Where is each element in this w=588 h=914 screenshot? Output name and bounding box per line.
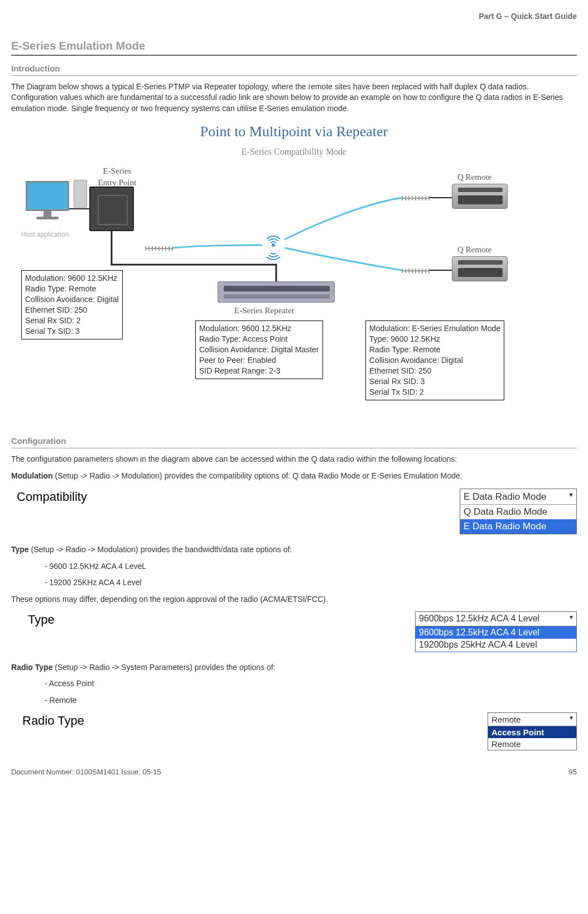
page-header: Part G – Quick Start Guide: [11, 11, 577, 22]
cfg-line: Collision Avoidance: Digital: [25, 294, 119, 305]
remote-radio-icon: [452, 184, 508, 209]
cfg-line: Type: 9600 12.5KHz: [369, 334, 500, 344]
cfg-line: SID Repeat Range: 2-3: [199, 366, 319, 376]
config-box-entry: Modulation: 9600 12.5KHz Radio Type: Rem…: [21, 270, 123, 339]
config-box-repeater: Modulation: 9600 12.5KHz Radio Type: Acc…: [195, 320, 323, 379]
diagram-subtitle: E-Series Compatibility Mode: [11, 146, 577, 158]
type-note: These options may differ, depending on t…: [11, 594, 577, 605]
radiotype-field-label: Radio Type: [11, 712, 84, 730]
dropdown-option[interactable]: Access Point: [488, 726, 576, 738]
radiotype-label: Radio Type: [11, 663, 52, 672]
compatibility-dropdown[interactable]: E Data Radio Mode Q Data Radio Mode E Da…: [460, 489, 577, 534]
cfg-line: Modulation: 9600 12.5KHz: [25, 273, 119, 284]
antenna-icon: [402, 198, 430, 199]
wireless-signal-icon: [262, 231, 285, 259]
modulation-text: (Setup -> Radio -> Modulation) provides …: [53, 471, 462, 480]
cfg-line: Modulation: 9600 12.5KHz: [199, 323, 319, 334]
repeater-icon: [218, 281, 335, 303]
config-intro: The configuration parameters shown in th…: [11, 454, 577, 465]
cfg-line: Serial Tx SID: 2: [369, 387, 500, 398]
cfg-line: Collision Avoidance: Digital: [369, 355, 500, 366]
radiotype-text: (Setup -> Radio -> System Parameters) pr…: [52, 663, 275, 672]
dropdown-option[interactable]: E Data Radio Mode: [460, 519, 576, 534]
compatibility-field-label: Compatibility: [11, 489, 87, 506]
type-paragraph: Type (Setup -> Radio -> Modulation) prov…: [11, 544, 577, 556]
cfg-line: Modulation: E-Series Emulation Mode: [369, 323, 500, 334]
entry-point-label: E-Series Entry Point: [89, 165, 145, 189]
cfg-line: Ethernet SID: 250: [25, 305, 119, 315]
intro-paragraph: The Diagram below shows a typical E-Seri…: [11, 82, 577, 114]
dropdown-selected[interactable]: E Data Radio Mode: [460, 489, 576, 505]
config-box-remote: Modulation: E-Series Emulation Mode Type…: [365, 320, 504, 400]
modulation-paragraph: Modulation (Setup -> Radio -> Modulation…: [11, 471, 577, 482]
host-monitor-icon: [22, 181, 73, 226]
dropdown-option[interactable]: Remote: [488, 738, 576, 750]
radiotype-paragraph: Radio Type (Setup -> Radio -> System Par…: [11, 662, 577, 673]
type-option-item: - 19200 25KHz ACA 4 Level: [11, 577, 577, 588]
remote-radio-icon: [452, 256, 508, 281]
type-label: Type: [11, 545, 29, 554]
type-text: (Setup -> Radio -> Modulation) provides …: [29, 545, 292, 554]
type-option-item: - 9600 12.5KHz ACA 4 LeveL: [11, 561, 577, 572]
dropdown-option[interactable]: 19200bps 25kHz ACA 4 Level: [416, 639, 576, 651]
radiotype-option-item: - Access Point: [11, 678, 577, 690]
host-pc-tower-icon: [74, 180, 87, 208]
dropdown-option[interactable]: Q Data Radio Mode: [460, 505, 576, 519]
repeater-label: E-Series Repeater: [234, 305, 295, 317]
page-footer: Document Number: 0100SM1401 Issue: 05-15…: [11, 767, 577, 777]
type-field-label: Type: [11, 611, 55, 629]
radiotype-option-item: - Remote: [11, 695, 577, 706]
dropdown-selected[interactable]: Remote: [488, 713, 576, 726]
cfg-line: Radio Type: Remote: [25, 284, 119, 294]
antenna-icon: [402, 270, 430, 271]
remote-label-2: Q Remote: [457, 244, 491, 256]
cfg-line: Collision Avoidance: Digital Master: [199, 344, 319, 355]
cfg-line: Serial Tx SID: 3: [25, 326, 119, 337]
entry-point-radio-icon: [89, 186, 134, 231]
type-dropdown[interactable]: 9600bps 12.5kHz ACA 4 Level 9600bps 12.5…: [415, 611, 577, 652]
remote-label-1: Q Remote: [457, 171, 491, 183]
diagram-title: Point to Multipoint via Repeater: [11, 119, 577, 142]
radiotype-dropdown[interactable]: Remote Access Point Remote: [488, 712, 577, 750]
dropdown-selected[interactable]: 9600bps 12.5kHz ACA 4 Level: [415, 611, 577, 626]
cfg-line: Radio Type: Remote: [369, 344, 500, 355]
footer-page-number: 95: [569, 767, 577, 777]
topology-diagram: Point to Multipoint via Repeater E-Serie…: [11, 119, 577, 429]
intro-heading: Introduction: [11, 63, 577, 76]
cfg-line: Serial Rx SID: 3: [369, 376, 500, 387]
section-title: E-Series Emulation Mode: [11, 38, 577, 56]
host-label: Host application: [21, 230, 69, 240]
cfg-line: Peer to Peer: Enabled: [199, 355, 319, 366]
cfg-line: Ethernet SID: 250: [369, 366, 500, 376]
cfg-line: Radio Type: Access Point: [199, 334, 319, 344]
dropdown-option[interactable]: 9600bps 12.5kHz ACA 4 Level: [416, 626, 576, 639]
antenna-icon: [145, 248, 173, 249]
configuration-heading: Configuration: [11, 435, 577, 448]
cfg-line: Serial Rx SID: 2: [25, 315, 119, 326]
footer-doc-number: Document Number: 0100SM1401 Issue: 05-15: [11, 767, 161, 777]
modulation-label: Modulation: [11, 471, 53, 480]
